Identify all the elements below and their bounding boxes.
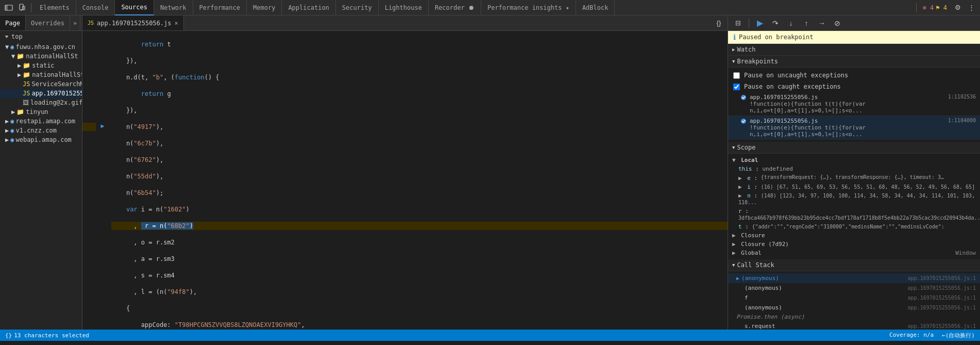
tree-item-tinyun[interactable]: ▶ 📁 tinyun <box>0 107 82 117</box>
gif-icon-loading: 🖼 <box>23 99 29 106</box>
scope-closure[interactable]: ▶ Closure <box>728 231 980 240</box>
watch-arrow: ▶ <box>732 47 735 52</box>
breakpoint-item-2[interactable]: app.1697015255056.js !function(e){functi… <box>728 116 980 140</box>
scope-arrow: ▼ <box>732 145 735 150</box>
device-icon[interactable] <box>15 1 29 14</box>
callstack-item-5[interactable]: s.request app.1697015255056.js:1 <box>728 321 980 330</box>
tree-arrow-tinyun: ▶ <box>11 108 15 116</box>
coverage-status: Coverage: n/a <box>889 332 934 339</box>
callstack-item-4[interactable]: (anonymous) app.1697015255056.js:1 <box>728 303 980 313</box>
domain-icon-fuwu: ◉ <box>10 43 14 51</box>
file-tree-header: top <box>0 31 82 42</box>
code-content[interactable]: ▶ <box>82 31 728 330</box>
tree-arrow-static: ▶ <box>18 62 21 69</box>
scope-i[interactable]: ▶ i : (16) [67, 51, 65, 69, 53, 56, 55, … <box>728 183 980 191</box>
tab-security[interactable]: Security <box>336 0 379 15</box>
code-text[interactable]: return t }), n.d(t, "b", (function() { r… <box>107 31 728 330</box>
pause-uncaught-option[interactable]: Pause on uncaught exceptions <box>728 70 980 81</box>
callstack-arrow: ▼ <box>732 262 735 268</box>
scope-t[interactable]: t : {"addr":"","regnCode":"310000","medi… <box>728 222 980 231</box>
scope-r[interactable]: r : 3dfbca4667b978f639bb23b95dce4cc7bdf1… <box>728 207 980 222</box>
domain-icon-restapi: ◉ <box>10 118 14 125</box>
tab-performance[interactable]: Performance <box>193 0 247 15</box>
scope-local-header[interactable]: ▼ Local <box>728 156 980 165</box>
step-into-button[interactable]: ↓ <box>784 17 798 30</box>
callstack-section-header[interactable]: ▼ Call Stack <box>728 259 980 271</box>
scope-closure-7d92[interactable]: ▶ Closure (7d92) <box>728 240 980 249</box>
breakpoint-gutter: ▶ <box>98 31 107 330</box>
info-icon: ℹ <box>733 33 736 41</box>
tab-lighthouse[interactable]: Lighthouse <box>379 0 429 15</box>
sep2 <box>916 3 917 12</box>
status-bar: {} 13 characters selected Coverage: n/a … <box>0 330 980 341</box>
error-indicators: ⊗ 4 ⚑ 4 <box>919 4 951 11</box>
step-over-button[interactable]: ↷ <box>769 17 782 30</box>
step-button[interactable]: → <box>815 17 829 30</box>
tree-item-nationalHallSt[interactable]: ▼ 📁 nationalHallSt <box>0 52 82 61</box>
debugger-toolbar: ⊟ ▶ ↷ ↓ ↑ → ⊘ <box>728 15 980 31</box>
tab-adblock[interactable]: AdBlock <box>576 0 615 15</box>
toggle-panel-icon[interactable]: ⊟ <box>731 17 745 30</box>
breakpoint-item-1[interactable]: app.1697015255056.js !function(e){functi… <box>728 92 980 116</box>
scope-n[interactable]: ▶ n : (148) [123, 34, 97, 100, 100, 114,… <box>728 191 980 207</box>
code-file-tab-item[interactable]: JS app.1697015255056.js × <box>82 15 184 30</box>
tab-network[interactable]: Network <box>154 0 193 15</box>
settings-icon[interactable]: ⚙ <box>951 1 965 14</box>
tree-item-app-js[interactable]: JS app.1697015255056... <box>0 89 82 98</box>
selected-text-status: 13 characters selected <box>14 332 89 339</box>
deactivate-button[interactable]: ⊘ <box>831 17 844 30</box>
tree-item-restapi[interactable]: ▶ ◉ restapi.amap.com <box>0 117 82 126</box>
tree-arrow-restapi: ▶ <box>5 118 9 125</box>
tree-item-fuwu[interactable]: ▼ ◉ fuwu.nhsa.gov.cn <box>0 42 82 52</box>
tree-arrow-nationalHallSt: ▼ <box>11 53 15 60</box>
domain-icon-cnzz: ◉ <box>10 127 14 134</box>
callstack-item-3[interactable]: f app.1697015255056.js:1 <box>728 293 980 303</box>
more-icon[interactable]: ⋮ <box>965 1 978 14</box>
scope-e[interactable]: ▶ e : {transformRequest: {…}, transformR… <box>728 173 980 183</box>
tab-application[interactable]: Application <box>282 0 335 15</box>
tree-item-cnzz[interactable]: ▶ ◉ v1.cnzz.com <box>0 126 82 135</box>
sources-overrides-tab[interactable]: Overrides <box>26 15 70 30</box>
breakpoints-content: Pause on uncaught exceptions Pause on ca… <box>728 68 980 142</box>
svg-rect-3 <box>21 10 22 11</box>
callstack-active-arrow: ▶ <box>736 275 739 281</box>
callstack-item-2[interactable]: (anonymous) app.1697015255056.js:1 <box>728 283 980 293</box>
tree-item-nationalHallSt-sub[interactable]: ▶ 📁 nationalHallSt/ <box>0 70 82 79</box>
tree-item-serviceSearch[interactable]: JS ServiceSearchMod... <box>0 79 82 89</box>
resume-button[interactable]: ▶ <box>753 17 767 30</box>
dock-icon[interactable] <box>2 1 15 14</box>
sources-more-tab[interactable]: » <box>70 15 80 30</box>
scope-global[interactable]: ▶ Global Window <box>728 249 980 257</box>
pretty-print-button[interactable]: {} <box>712 17 725 30</box>
debug-sep1 <box>749 19 749 28</box>
pause-caught-option[interactable]: Pause on caught exceptions <box>728 81 980 92</box>
line-numbers <box>82 31 98 330</box>
tab-sources[interactable]: Sources <box>115 0 154 15</box>
callstack-content: ▶ (anonymous) app.1697015255056.js:1 (an… <box>728 271 980 330</box>
callstack-item-1[interactable]: ▶ (anonymous) app.1697015255056.js:1 <box>728 273 980 283</box>
tab-elements[interactable]: Elements <box>33 0 76 15</box>
step-out-button[interactable]: ↑ <box>800 17 813 30</box>
pause-caught-checkbox[interactable] <box>733 84 740 90</box>
tab-console[interactable]: Console <box>76 0 115 15</box>
sources-page-tab[interactable]: Page <box>0 15 26 30</box>
tree-arrow-nhsub: ▶ <box>18 71 21 78</box>
tree-item-loading-gif[interactable]: 🖼 loading@2x.gif <box>0 98 82 107</box>
watch-section-header[interactable]: ▶ Watch <box>728 44 980 56</box>
right-panel: ⊟ ▶ ↷ ↓ ↑ → ⊘ ℹ Paused on breakpoint ▶ W… <box>728 15 980 330</box>
tab-performance-insights[interactable]: Performance insights ✦ <box>481 0 576 15</box>
encoding-status: ←(自动换行) <box>942 332 975 339</box>
tree-item-static[interactable]: ▶ 📁 static <box>0 61 82 70</box>
encoding-icon: {} <box>5 332 12 339</box>
tab-memory[interactable]: Memory <box>247 0 282 15</box>
domain-icon-webapi: ◉ <box>10 136 14 143</box>
scope-this[interactable]: this : undefined <box>728 165 980 173</box>
close-file-tab-button[interactable]: × <box>175 20 178 27</box>
pause-uncaught-checkbox[interactable] <box>733 72 740 79</box>
breakpoints-section-header[interactable]: ▼ Breakpoints <box>728 56 980 68</box>
tree-root-arrow[interactable] <box>5 36 9 38</box>
top-toolbar: Elements Console Sources Network Perform… <box>0 0 980 15</box>
tab-recorder[interactable]: Recorder ⏺ <box>429 0 481 15</box>
scope-section-header[interactable]: ▼ Scope <box>728 142 980 154</box>
tree-item-webapi[interactable]: ▶ ◉ webapi.amap.com <box>0 135 82 144</box>
